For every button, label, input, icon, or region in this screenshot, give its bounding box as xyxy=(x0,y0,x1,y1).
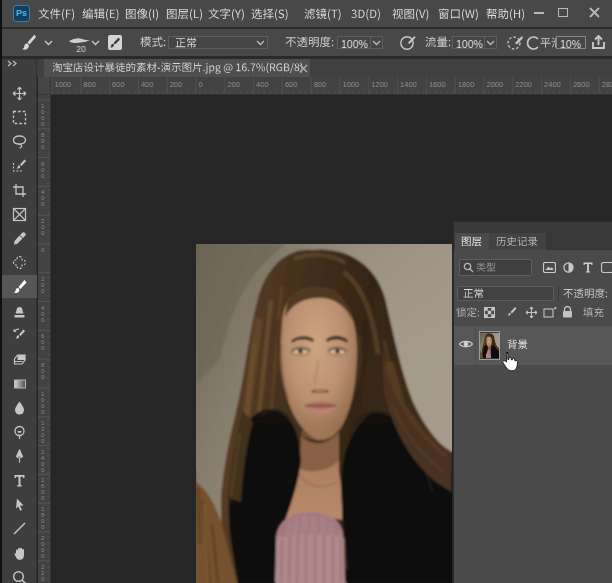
svg-text:1600: 1600 xyxy=(429,80,446,89)
svg-text:2200: 2200 xyxy=(515,80,532,89)
svg-text:0: 0 xyxy=(41,374,45,380)
svg-text:0: 0 xyxy=(41,524,45,530)
svg-text:400: 400 xyxy=(141,80,154,89)
svg-text:0: 0 xyxy=(41,553,45,559)
svg-text:0: 0 xyxy=(41,230,45,236)
svg-text:0: 0 xyxy=(41,201,45,207)
svg-text:2000: 2000 xyxy=(487,80,504,89)
svg-text:1000: 1000 xyxy=(55,80,72,89)
svg-text:1000: 1000 xyxy=(343,80,360,89)
svg-text:1400: 1400 xyxy=(400,80,417,89)
svg-text:1800: 1800 xyxy=(458,80,475,89)
svg-text:0: 0 xyxy=(41,438,45,444)
svg-text:0: 0 xyxy=(41,495,45,501)
svg-text:0: 0 xyxy=(41,345,45,351)
svg-text:0: 0 xyxy=(41,144,45,150)
svg-text:200: 200 xyxy=(170,80,183,89)
svg-text:600: 600 xyxy=(112,80,125,89)
svg-text:0: 0 xyxy=(41,467,45,473)
svg-text:2800: 2800 xyxy=(602,80,612,89)
svg-text:0: 0 xyxy=(41,288,45,294)
svg-text:200: 200 xyxy=(227,80,240,89)
svg-text:2600: 2600 xyxy=(573,80,590,89)
svg-text:800: 800 xyxy=(83,80,96,89)
svg-text:0: 0 xyxy=(41,121,45,127)
svg-text:0: 0 xyxy=(41,317,45,323)
svg-text:400: 400 xyxy=(256,80,269,89)
svg-text:1200: 1200 xyxy=(371,80,388,89)
svg-text:0: 0 xyxy=(41,409,45,415)
svg-text:0: 0 xyxy=(41,173,45,179)
svg-text:0: 0 xyxy=(41,247,45,253)
svg-text:600: 600 xyxy=(285,80,298,89)
svg-text:0: 0 xyxy=(199,80,203,89)
svg-text:2400: 2400 xyxy=(544,80,561,89)
svg-text:800: 800 xyxy=(314,80,327,89)
